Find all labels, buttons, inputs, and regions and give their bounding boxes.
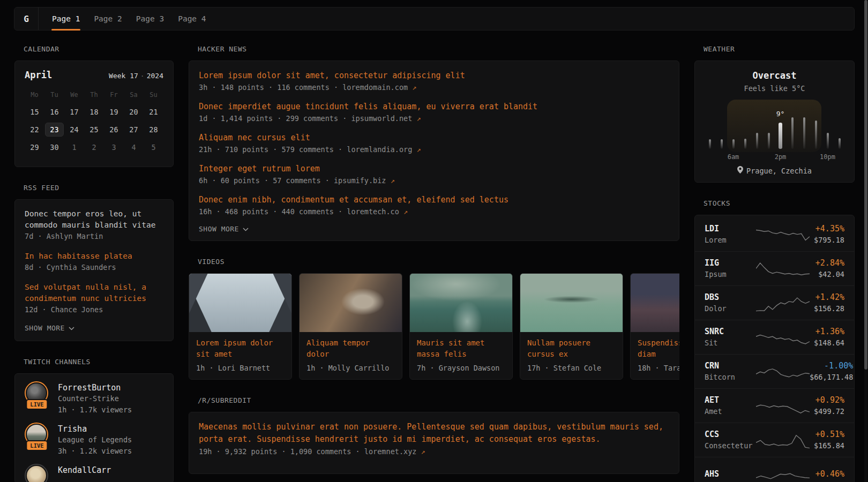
hackernews-item-domain[interactable]: loremlandia.org [347, 145, 416, 154]
calendar-weekday: Tu [44, 89, 64, 103]
stock-symbol: AET [705, 395, 756, 406]
stock-row[interactable]: AETAmet+0.92%$499.72 [695, 388, 854, 423]
hackernews-item-domain[interactable]: loremdomain.com [342, 83, 412, 92]
calendar-day[interactable]: 30 [44, 138, 64, 156]
stocks-widget: STOCKS LDILorem+4.35%$795.18IIGIpsum+2.8… [694, 200, 855, 482]
rss-item-meta: 12d · Chance Jones [25, 304, 163, 315]
calendar-day[interactable]: 23 [44, 120, 64, 138]
stock-row[interactable]: LDILorem+4.35%$795.18 [695, 217, 854, 251]
twitch-channel-game: Counter-Strike [58, 393, 132, 404]
twitch-channel-name[interactable]: Trisha [58, 424, 132, 434]
stock-row[interactable]: DBSDolor+1.42%$156.28 [695, 285, 854, 320]
rss-show-more-button[interactable]: SHOW MORE [25, 324, 163, 332]
video-card: Suspendisse diam18h · Tara [630, 273, 679, 380]
video-title[interactable]: Aliquam tempor dolor nec pharetra… [306, 337, 395, 360]
video-title[interactable]: Nullam posuere cursus ex [527, 337, 616, 360]
canoe-lake-thumbnail[interactable] [520, 274, 623, 332]
videos-widget: VIDEOS Lorem ipsum dolor sit amet consec… [189, 258, 679, 380]
twitch-channel[interactable]: LIVETrishaLeague of Legends3h · 1.2k vie… [25, 423, 163, 457]
twitch-channel-name[interactable]: KendallCarr [58, 465, 111, 476]
calendar-day[interactable]: 3 [104, 138, 124, 156]
nav-tab-page-1[interactable]: Page 1 [45, 7, 87, 30]
calendar-day[interactable]: 15 [25, 103, 44, 120]
calendar-day[interactable]: 20 [124, 103, 144, 120]
stock-id: CCSConsectetur [705, 429, 756, 451]
calendar-day[interactable]: 21 [144, 103, 163, 120]
hackernews-item: Donec imperdiet augue tincidunt felis al… [199, 101, 669, 124]
calendar-day[interactable]: 22 [25, 120, 44, 138]
stock-row[interactable]: SNRCSit+1.36%$148.64 [695, 320, 854, 354]
subreddit-widget: /R/SUBREDDIT Maecenas mollis pulvinar er… [189, 397, 679, 474]
calendar-day[interactable]: 19 [104, 103, 124, 120]
video-body: Nullam posuere cursus ex17h · Stefan Col… [520, 332, 623, 379]
misty-field-thumbnail[interactable] [631, 274, 679, 332]
twitch-channel[interactable]: LIVEForrestBurtonCounter-Strike1h · 1.7k… [25, 381, 163, 416]
nav-tab-page-3[interactable]: Page 3 [129, 7, 171, 30]
rss-item: Donec tempor eros leo, ut commodo mauris… [25, 208, 163, 242]
stock-symbol: DBS [705, 292, 756, 303]
calendar-day[interactable]: 5 [144, 138, 163, 156]
vintage-camera-thumbnail[interactable] [300, 274, 402, 332]
right-column: WEATHER Overcast Feels like 5°C 9° 6am2p… [694, 46, 855, 482]
stock-name: Dolor [705, 303, 756, 314]
calendar-day[interactable]: 28 [144, 120, 163, 138]
calendar-day[interactable]: 18 [84, 103, 104, 120]
calendar-card: April Week 17·2024 MoTuWeThFrSaSu1516171… [14, 61, 174, 167]
subreddit-section-title: /R/SUBREDDIT [198, 397, 679, 404]
subreddit-item: Maecenas mollis pulvinar erat non posuer… [199, 421, 669, 457]
twitch-channel[interactable]: KendallCarr [25, 464, 163, 482]
stock-row[interactable]: CRNBitcorn-1.00%$66,171.48 [695, 354, 854, 388]
calendar-day[interactable]: 1 [64, 138, 84, 156]
video-title[interactable]: Lorem ipsum dolor sit amet consectetu… [196, 337, 285, 360]
twitch-channel-game: League of Legends [58, 434, 132, 446]
weather-bar [709, 139, 711, 149]
sea-boat-thumbnail[interactable] [410, 274, 512, 332]
subreddit-item-title[interactable]: Maecenas mollis pulvinar erat non posuer… [199, 421, 669, 446]
hackernews-item-domain[interactable]: ipsumify.biz [334, 176, 391, 185]
weather-bar [839, 138, 841, 149]
calendar-day[interactable]: 27 [124, 120, 144, 138]
stock-symbol: AHS [705, 469, 756, 480]
subreddit-item-domain[interactable]: loremnet.xyz [364, 447, 421, 456]
twitch-avatar-wrap: LIVE [25, 381, 49, 416]
hackernews-item: Donec enim nibh, condimentum et accumsan… [199, 194, 669, 217]
avatar-ring [25, 464, 48, 482]
calendar-day[interactable]: 2 [84, 138, 104, 156]
video-title[interactable]: Mauris sit amet massa felis [417, 337, 505, 360]
stock-row[interactable]: IIGIpsum+2.84%$42.04 [695, 251, 854, 285]
video-title[interactable]: Suspendisse diam [638, 337, 679, 360]
calendar-day[interactable]: 25 [84, 120, 104, 138]
hackernews-item-stats: 1d · 1,414 points · 299 comments · [199, 114, 351, 123]
stock-id: IIGIpsum [705, 258, 756, 280]
nav-tab-page-2[interactable]: Page 2 [87, 7, 129, 30]
scrollbar-thumb[interactable] [864, 0, 867, 370]
hackernews-item-domain[interactable]: loremtech.co [347, 207, 403, 216]
calendar-day[interactable]: 29 [25, 138, 44, 156]
calendar-day[interactable]: 24 [64, 120, 84, 138]
hackernews-item-title[interactable]: Integer eget rutrum lorem [199, 163, 669, 175]
hackernews-item-title[interactable]: Donec imperdiet augue tincidunt felis al… [199, 101, 669, 112]
hackernews-item-domain[interactable]: ipsumworld.net [351, 114, 416, 123]
rss-item-title[interactable]: In hac habitasse platea [25, 251, 163, 262]
calendar-day[interactable]: 4 [124, 138, 144, 156]
twitch-channel-name[interactable]: ForrestBurton [58, 382, 132, 393]
app-logo[interactable]: G [14, 7, 39, 30]
rss-item-title[interactable]: Sed volutpat nulla nisl, a condimentum n… [25, 282, 163, 304]
stock-values: +4.35%$795.18 [814, 223, 844, 246]
rss-item-title[interactable]: Donec tempor eros leo, ut commodo mauris… [25, 208, 163, 231]
stock-sparkline [756, 395, 810, 417]
weather-bar [791, 117, 794, 149]
calendar-day[interactable]: 16 [44, 103, 64, 120]
hackernews-item-title[interactable]: Donec enim nibh, condimentum et accumsan… [199, 194, 669, 206]
stock-row[interactable]: CCSConsectetur+0.51%$165.84 [695, 423, 854, 457]
nav-tab-page-4[interactable]: Page 4 [171, 7, 213, 30]
calendar-day[interactable]: 17 [64, 103, 84, 120]
calendar-day[interactable]: 26 [104, 120, 124, 138]
pillars-sky-thumbnail[interactable] [189, 274, 291, 332]
hackernews-show-more-button[interactable]: SHOW MORE [199, 225, 669, 233]
twitch-avatar-wrap [25, 464, 49, 482]
stock-sparkline [756, 430, 810, 451]
hackernews-item-title[interactable]: Aliquam nec cursus elit [199, 132, 669, 144]
hackernews-item-title[interactable]: Lorem ipsum dolor sit amet, consectetur … [199, 70, 669, 81]
stock-row[interactable]: AHS+0.46% [695, 457, 854, 482]
